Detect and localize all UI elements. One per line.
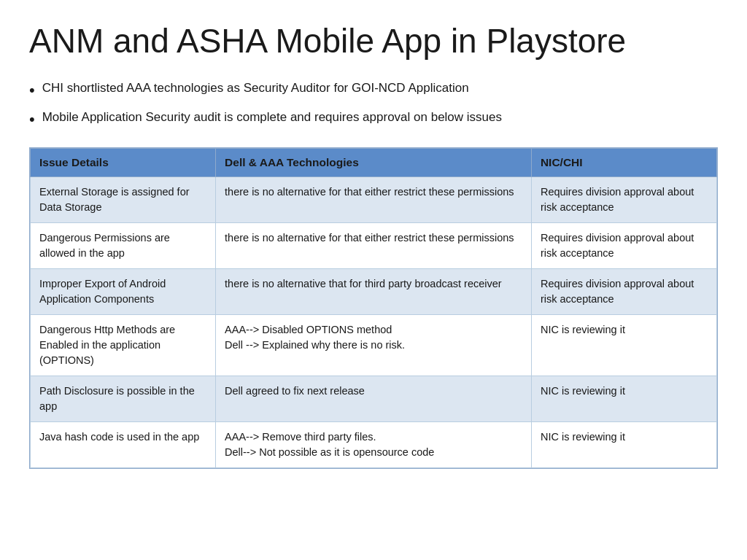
table-row: External Storage is assigned for Data St… [31,176,717,222]
cell-issue-4: Path Disclosure is possible in the app [31,376,216,421]
cell-nic-4: NIC is reviewing it [531,376,716,421]
cell-nic-3: NIC is reviewing it [531,314,716,376]
cell-nic-1: Requires division approval about risk ac… [531,222,716,268]
cell-dell-2: there is no alternative that for third p… [216,268,532,314]
bullet-item-1: CHI shortlisted AAA technologies as Secu… [29,81,718,100]
page-title: ANM and ASHA Mobile App in Playstore [29,22,718,61]
table-row: Java hash code is used in the appAAA--> … [31,421,717,467]
bullet-item-2: Mobile Application Security audit is com… [29,110,718,129]
cell-dell-1: there is no alternative for that either … [216,222,532,268]
cell-issue-3: Dangerous Http Methods are Enabled in th… [31,314,216,376]
bullet-text-1: CHI shortlisted AAA technologies as Secu… [42,81,469,96]
cell-issue-1: Dangerous Permissions are allowed in the… [31,222,216,268]
header-issue: Issue Details [31,148,216,176]
table-row: Path Disclosure is possible in the appDe… [31,376,717,421]
cell-dell-5: AAA--> Remove third party files.Dell--> … [216,421,532,467]
header-dell: Dell & AAA Technologies [216,148,532,176]
table-row: Dangerous Http Methods are Enabled in th… [31,314,717,376]
bullet-list: CHI shortlisted AAA technologies as Secu… [29,81,718,130]
cell-nic-2: Requires division approval about risk ac… [531,268,716,314]
cell-nic-0: Requires division approval about risk ac… [531,176,716,222]
cell-issue-2: Improper Export of Android Application C… [31,268,216,314]
cell-issue-5: Java hash code is used in the app [31,421,216,467]
cell-dell-3: AAA--> Disabled OPTIONS methodDell --> E… [216,314,532,376]
issues-table: Issue Details Dell & AAA Technologies NI… [29,147,718,469]
cell-dell-0: there is no alternative for that either … [216,176,532,222]
bullet-text-2: Mobile Application Security audit is com… [42,110,502,125]
table-row: Dangerous Permissions are allowed in the… [31,222,717,268]
table-header-row: Issue Details Dell & AAA Technologies NI… [31,148,717,176]
header-nic: NIC/CHI [531,148,716,176]
table-row: Improper Export of Android Application C… [31,268,717,314]
cell-dell-4: Dell agreed to fix next release [216,376,532,421]
cell-nic-5: NIC is reviewing it [531,421,716,467]
cell-issue-0: External Storage is assigned for Data St… [31,176,216,222]
